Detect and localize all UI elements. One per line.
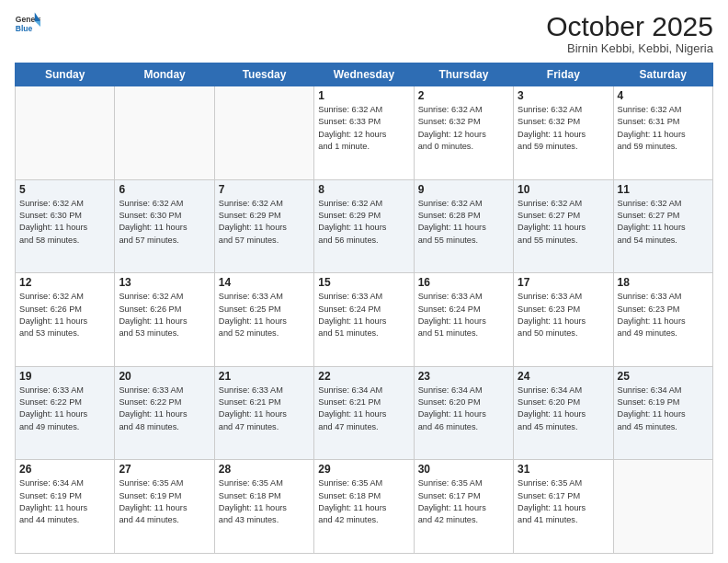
day-info: Sunrise: 6:32 AM Sunset: 6:26 PM Dayligh… [119,291,210,339]
day-info: Sunrise: 6:34 AM Sunset: 6:21 PM Dayligh… [318,385,409,433]
calendar-cell: 13Sunrise: 6:32 AM Sunset: 6:26 PM Dayli… [115,273,214,367]
calendar-cell: 16Sunrise: 6:33 AM Sunset: 6:24 PM Dayli… [414,273,513,367]
day-number: 22 [318,370,409,383]
day-number: 21 [219,370,310,383]
day-number: 23 [418,370,509,383]
day-info: Sunrise: 6:32 AM Sunset: 6:27 PM Dayligh… [518,198,609,247]
month-title: October 2025 [546,11,713,41]
day-info: Sunrise: 6:35 AM Sunset: 6:17 PM Dayligh… [418,477,509,526]
day-info: Sunrise: 6:32 AM Sunset: 6:32 PM Dayligh… [418,104,509,153]
day-number: 18 [618,276,709,289]
day-number: 13 [119,276,210,289]
col-header-tuesday: Tuesday [214,63,313,86]
day-number: 7 [219,183,310,196]
calendar-cell: 8Sunrise: 6:32 AM Sunset: 6:29 PM Daylig… [314,179,414,273]
page: General Blue October 2025 Birnin Kebbi, … [0,0,728,563]
calendar-cell: 23Sunrise: 6:34 AM Sunset: 6:20 PM Dayli… [414,366,513,460]
calendar-cell: 3Sunrise: 6:32 AM Sunset: 6:32 PM Daylig… [514,86,613,180]
day-number: 6 [119,183,210,196]
day-number: 9 [418,183,509,196]
day-info: Sunrise: 6:33 AM Sunset: 6:21 PM Dayligh… [219,385,310,433]
calendar-cell: 25Sunrise: 6:34 AM Sunset: 6:19 PM Dayli… [613,366,712,460]
day-info: Sunrise: 6:35 AM Sunset: 6:17 PM Dayligh… [518,477,609,526]
day-info: Sunrise: 6:32 AM Sunset: 6:33 PM Dayligh… [318,104,409,153]
day-number: 1 [318,89,409,102]
day-info: Sunrise: 6:34 AM Sunset: 6:20 PM Dayligh… [518,385,609,433]
day-number: 28 [219,463,310,476]
day-number: 26 [19,463,110,476]
day-number: 4 [618,89,709,102]
svg-text:Blue: Blue [16,24,33,33]
calendar-cell: 7Sunrise: 6:32 AM Sunset: 6:29 PM Daylig… [214,179,313,273]
calendar-cell: 19Sunrise: 6:33 AM Sunset: 6:22 PM Dayli… [16,366,115,460]
col-header-monday: Monday [115,63,214,86]
calendar-header-row: SundayMondayTuesdayWednesdayThursdayFrid… [16,63,713,86]
day-number: 30 [418,463,509,476]
day-info: Sunrise: 6:34 AM Sunset: 6:19 PM Dayligh… [618,385,709,433]
col-header-wednesday: Wednesday [314,63,414,86]
day-number: 25 [618,370,709,383]
calendar-cell: 22Sunrise: 6:34 AM Sunset: 6:21 PM Dayli… [314,366,414,460]
day-info: Sunrise: 6:34 AM Sunset: 6:19 PM Dayligh… [19,477,110,526]
day-number: 31 [518,463,609,476]
day-number: 27 [119,463,210,476]
calendar-table: SundayMondayTuesdayWednesdayThursdayFrid… [15,63,713,554]
calendar-week-row: 26Sunrise: 6:34 AM Sunset: 6:19 PM Dayli… [16,460,713,554]
calendar-cell: 26Sunrise: 6:34 AM Sunset: 6:19 PM Dayli… [16,460,115,554]
calendar-cell: 4Sunrise: 6:32 AM Sunset: 6:31 PM Daylig… [613,86,712,180]
day-number: 17 [518,276,609,289]
day-info: Sunrise: 6:32 AM Sunset: 6:30 PM Dayligh… [19,198,110,247]
calendar-cell [115,86,214,180]
calendar-cell: 9Sunrise: 6:32 AM Sunset: 6:28 PM Daylig… [414,179,513,273]
col-header-saturday: Saturday [613,63,712,86]
calendar-week-row: 12Sunrise: 6:32 AM Sunset: 6:26 PM Dayli… [16,273,713,367]
day-info: Sunrise: 6:33 AM Sunset: 6:22 PM Dayligh… [119,385,210,433]
day-info: Sunrise: 6:33 AM Sunset: 6:24 PM Dayligh… [418,291,509,339]
day-info: Sunrise: 6:32 AM Sunset: 6:32 PM Dayligh… [518,104,609,153]
day-number: 8 [318,183,409,196]
calendar-week-row: 5Sunrise: 6:32 AM Sunset: 6:30 PM Daylig… [16,179,713,273]
day-info: Sunrise: 6:33 AM Sunset: 6:22 PM Dayligh… [19,385,110,433]
day-number: 24 [518,370,609,383]
day-info: Sunrise: 6:32 AM Sunset: 6:29 PM Dayligh… [219,198,310,247]
title-block: October 2025 Birnin Kebbi, Kebbi, Nigeri… [546,11,713,55]
day-info: Sunrise: 6:32 AM Sunset: 6:26 PM Dayligh… [19,291,110,339]
day-number: 29 [318,463,409,476]
calendar-cell: 31Sunrise: 6:35 AM Sunset: 6:17 PM Dayli… [514,460,613,554]
logo: General Blue [15,11,40,37]
day-info: Sunrise: 6:32 AM Sunset: 6:31 PM Dayligh… [618,104,709,153]
col-header-friday: Friday [514,63,613,86]
day-info: Sunrise: 6:32 AM Sunset: 6:27 PM Dayligh… [618,198,709,247]
calendar-week-row: 19Sunrise: 6:33 AM Sunset: 6:22 PM Dayli… [16,366,713,460]
day-info: Sunrise: 6:32 AM Sunset: 6:28 PM Dayligh… [418,198,509,247]
day-number: 5 [19,183,110,196]
day-number: 15 [318,276,409,289]
calendar-cell: 15Sunrise: 6:33 AM Sunset: 6:24 PM Dayli… [314,273,414,367]
calendar-cell: 14Sunrise: 6:33 AM Sunset: 6:25 PM Dayli… [214,273,313,367]
logo-icon: General Blue [15,11,40,37]
header: General Blue October 2025 Birnin Kebbi, … [15,11,713,55]
day-info: Sunrise: 6:32 AM Sunset: 6:30 PM Dayligh… [119,198,210,247]
calendar-cell: 20Sunrise: 6:33 AM Sunset: 6:22 PM Dayli… [115,366,214,460]
location-subtitle: Birnin Kebbi, Kebbi, Nigeria [546,41,713,55]
calendar-cell [16,86,115,180]
day-info: Sunrise: 6:33 AM Sunset: 6:24 PM Dayligh… [318,291,409,339]
day-info: Sunrise: 6:32 AM Sunset: 6:29 PM Dayligh… [318,198,409,247]
calendar-cell: 29Sunrise: 6:35 AM Sunset: 6:18 PM Dayli… [314,460,414,554]
day-info: Sunrise: 6:33 AM Sunset: 6:23 PM Dayligh… [518,291,609,339]
calendar-cell: 21Sunrise: 6:33 AM Sunset: 6:21 PM Dayli… [214,366,313,460]
day-number: 12 [19,276,110,289]
day-number: 3 [518,89,609,102]
calendar-cell: 5Sunrise: 6:32 AM Sunset: 6:30 PM Daylig… [16,179,115,273]
calendar-cell: 24Sunrise: 6:34 AM Sunset: 6:20 PM Dayli… [514,366,613,460]
day-info: Sunrise: 6:34 AM Sunset: 6:20 PM Dayligh… [418,385,509,433]
calendar-cell: 12Sunrise: 6:32 AM Sunset: 6:26 PM Dayli… [16,273,115,367]
calendar-cell: 11Sunrise: 6:32 AM Sunset: 6:27 PM Dayli… [613,179,712,273]
day-info: Sunrise: 6:33 AM Sunset: 6:25 PM Dayligh… [219,291,310,339]
day-info: Sunrise: 6:33 AM Sunset: 6:23 PM Dayligh… [618,291,709,339]
calendar-cell: 27Sunrise: 6:35 AM Sunset: 6:19 PM Dayli… [115,460,214,554]
calendar-cell: 30Sunrise: 6:35 AM Sunset: 6:17 PM Dayli… [414,460,513,554]
day-number: 16 [418,276,509,289]
day-number: 14 [219,276,310,289]
col-header-sunday: Sunday [16,63,115,86]
